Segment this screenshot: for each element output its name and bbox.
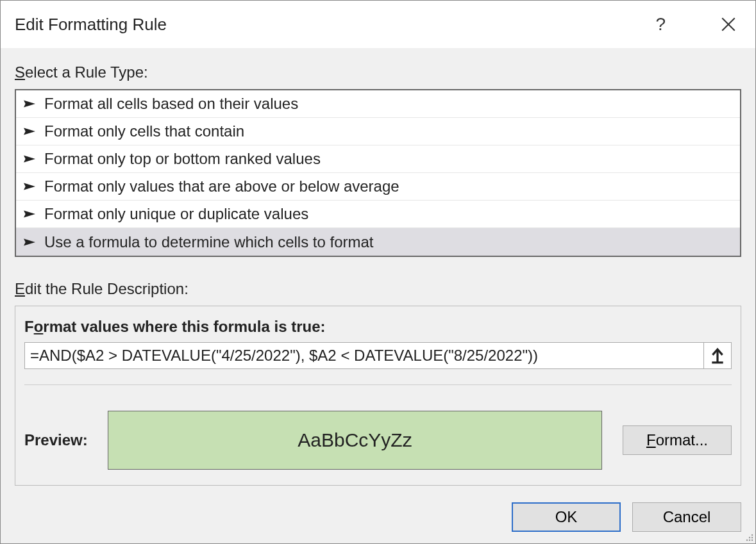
svg-marker-3 [24,128,35,135]
dialog-footer: OK Cancel [1,491,755,532]
close-icon[interactable] [713,9,744,40]
rule-type-text: Format all cells based on their values [44,95,298,113]
rule-type-item[interactable]: Format only cells that contain [16,118,740,145]
rule-type-list: Format all cells based on their values F… [15,89,741,257]
arrow-right-icon [24,100,35,108]
svg-marker-4 [24,156,35,163]
range-picker-icon[interactable] [703,342,732,369]
svg-point-10 [752,534,753,536]
cancel-button[interactable]: Cancel [632,502,741,532]
rule-type-item-selected[interactable]: Use a formula to determine which cells t… [16,228,740,256]
rule-description-box: Format values where this formula is true… [15,306,741,486]
rule-type-text: Format only top or bottom ranked values [44,150,321,168]
preview-sample-box: AaBbCcYyZz [108,411,602,470]
svg-point-13 [746,540,748,541]
rule-type-text: Format only values that are above or bel… [44,177,399,195]
svg-marker-2 [24,101,35,108]
svg-marker-7 [24,238,35,245]
rule-type-item[interactable]: Format only unique or duplicate values [16,201,740,228]
rule-type-text: Format only unique or duplicate values [44,205,308,223]
rule-type-text: Use a formula to determine which cells t… [44,233,374,251]
rule-type-label: Select a Rule Type: [15,63,741,81]
arrow-right-icon [24,128,35,135]
help-icon[interactable]: ? [655,14,666,35]
rule-type-item[interactable]: Format only values that are above or bel… [16,173,740,201]
formula-row [24,342,732,369]
rule-type-item[interactable]: Format only top or bottom ranked values [16,145,740,173]
dialog-body: Select a Rule Type: Format all cells bas… [1,48,755,491]
svg-marker-6 [24,211,35,218]
rule-type-text: Format only cells that contain [44,122,244,140]
arrow-right-icon [24,183,35,190]
svg-point-14 [749,540,750,541]
arrow-right-icon [24,155,35,163]
titlebar: Edit Formatting Rule ? [1,1,755,48]
svg-point-11 [749,537,750,538]
arrow-right-icon [24,210,35,218]
ok-button[interactable]: OK [512,502,621,532]
resize-grip-icon[interactable] [743,531,753,541]
rule-type-item[interactable]: Format all cells based on their values [16,90,740,118]
edit-description-section: Edit the Rule Description: Format values… [15,280,741,486]
formula-label: Format values where this formula is true… [24,318,732,336]
edit-description-label: Edit the Rule Description: [15,280,741,298]
edit-formatting-rule-dialog: Edit Formatting Rule ? Select a Rule Typ… [0,0,756,544]
arrow-right-icon [24,238,35,246]
preview-row: Preview: AaBbCcYyZz Format... [24,411,732,470]
svg-point-15 [752,540,753,541]
formula-input[interactable] [24,342,703,369]
preview-label: Preview: [24,431,108,449]
svg-marker-5 [24,183,35,190]
svg-point-12 [752,537,753,538]
divider [24,384,732,385]
format-button[interactable]: Format... [623,425,732,455]
dialog-title: Edit Formatting Rule [15,15,655,35]
